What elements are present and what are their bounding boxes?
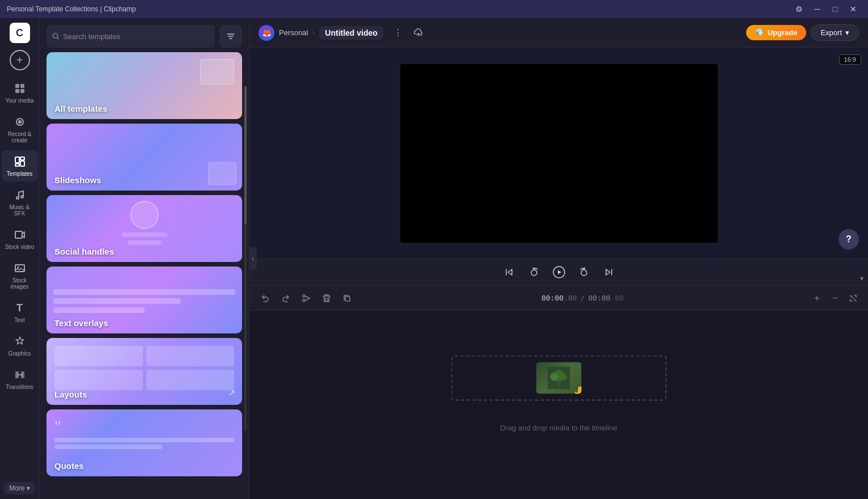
forward-icon [579,267,589,277]
scrollbar-track [244,86,247,431]
maximize-button[interactable]: □ [827,1,843,17]
sidebar-item-your-media[interactable]: Your media [2,77,38,108]
graphics-icon [13,335,27,348]
scrollbar-thumb[interactable] [244,86,247,224]
help-button[interactable]: ? [839,229,859,250]
rewind-button[interactable] [525,263,543,281]
cut-icon [302,294,311,303]
stock-images-icon [13,261,27,275]
svg-rect-3 [20,89,24,93]
cut-button[interactable] [297,289,315,307]
skip-to-end-button[interactable] [600,263,618,281]
more-label: More ▾ [9,484,30,492]
record-icon [13,115,27,129]
more-options-button[interactable]: ⋮ [390,25,406,41]
logo-letter: C [16,27,23,39]
duplicate-button[interactable] [338,289,356,307]
title-bar-controls: ⚙ ─ □ ✕ [791,1,861,17]
zoom-out-button[interactable]: − [827,290,843,306]
template-card-text-overlays[interactable]: ↗ Text overlays [46,267,242,333]
sidebar-item-label: Stock images [4,277,36,290]
card-label: Slideshows [54,175,101,185]
time-total: 00:00.00 [588,294,624,302]
expand-timeline-button[interactable] [845,290,861,306]
title-bar: Personal Template Collections | Clipcham… [0,0,868,18]
card-label: Text overlays [54,318,108,328]
skip-end-icon [604,267,614,277]
fast-forward-button[interactable] [575,263,593,281]
main-layout: C + Your media Record & create [0,18,868,499]
text-icon: T [13,301,27,315]
timeline-toolbar: 00:00.00 / 00:00.00 + − ▾ [249,286,868,311]
template-card-quotes[interactable]: " Quotes [46,409,242,476]
time-display: 00:00.00 / 00:00.00 [541,294,624,302]
editor-header: 🦊 Personal › Untitled video ⋮ 💎 Upgrade [249,18,868,48]
cloud-icon [414,28,423,37]
duplicate-icon [342,294,352,303]
filter-icon [226,32,235,41]
zoom-in-button[interactable]: + [809,290,825,306]
breadcrumb-workspace[interactable]: Personal [279,28,308,37]
stock-video-icon [13,228,27,242]
undo-button[interactable] [256,289,274,307]
add-new-button[interactable]: + [10,50,30,70]
video-title[interactable]: Untitled video [319,26,383,40]
sidebar-item-stock-images[interactable]: Stock images [2,257,38,294]
search-input[interactable] [63,32,209,41]
timeline-chevron-button[interactable]: ▾ [856,272,868,285]
svg-rect-8 [20,161,24,166]
card-label: All templates [54,104,107,113]
template-card-slideshows[interactable]: ↗ Slideshows [46,124,242,191]
template-card-social-handles[interactable]: ↗ Social handles [46,195,242,262]
rewind-icon [529,267,539,277]
sidebar-item-transitions[interactable]: Transitions [2,363,38,395]
sidebar-item-label: Transitions [6,384,33,390]
svg-point-10 [16,197,19,199]
playback-controls [249,259,868,286]
sidebar-item-label: Record & create [4,131,36,143]
sidebar-item-graphics[interactable]: Graphics [2,330,38,361]
svg-point-28 [551,373,558,381]
svg-point-19 [531,270,537,276]
minimize-button[interactable]: ─ [809,1,825,17]
play-pause-button[interactable] [550,263,568,281]
settings-button[interactable]: ⚙ [791,1,807,17]
sidebar-item-music[interactable]: Music & SFX [2,184,38,221]
expand-icon [849,294,857,302]
sidebar-item-text[interactable]: T Text [2,297,38,328]
skip-to-start-button[interactable] [500,263,518,281]
svg-point-29 [560,374,567,380]
svg-point-26 [553,370,565,382]
upgrade-label: Upgrade [768,28,798,37]
transitions-icon [13,368,27,382]
card-label: Layouts [54,390,87,399]
delete-button[interactable] [317,289,336,307]
card-label: Quotes [54,461,84,471]
close-button[interactable]: ✕ [845,1,861,17]
template-card-all-templates[interactable]: All templates [46,52,242,119]
sidebar-item-templates[interactable]: Templates [2,150,38,181]
music-icon [13,188,27,202]
skip-start-icon [504,267,514,277]
template-card-layouts[interactable]: ↗ Layouts [46,338,242,405]
cloud-status-button[interactable] [410,25,426,41]
svg-rect-27 [558,382,560,386]
upgrade-button[interactable]: 💎 Upgrade [746,25,807,40]
video-canvas [400,64,718,243]
media-thumbnail: 🤚 [536,362,582,394]
sidebar-item-label: Templates [7,171,33,177]
redo-button[interactable] [277,289,295,307]
panel-toggle-button[interactable]: ‹ [249,247,257,270]
sidebar-item-record-create[interactable]: Record & create [2,111,38,148]
icon-sidebar: C + Your media Record & create [0,18,40,499]
filter-button[interactable] [219,25,242,48]
sidebar-item-label: Your media [5,98,33,104]
sidebar-item-stock-video[interactable]: Stock video [2,223,38,255]
more-button[interactable]: More ▾ [3,482,36,494]
export-button[interactable]: Export ▾ [811,24,859,41]
editor-area: 🦊 Personal › Untitled video ⋮ 💎 Upgrade [249,18,868,499]
timeline-drop-zone: 🤚 Drag and drop media to the timeline [500,378,617,432]
search-input-wrap [46,25,215,48]
time-separator: / [581,294,585,302]
logo-button[interactable]: C [10,23,30,43]
